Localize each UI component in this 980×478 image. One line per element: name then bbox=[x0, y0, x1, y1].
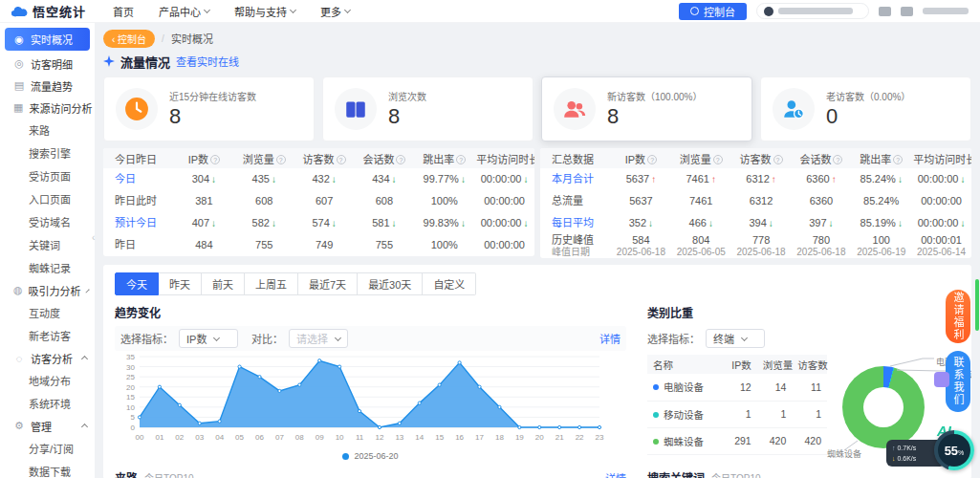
info-icon[interactable]: ? bbox=[713, 155, 723, 164]
nav-home[interactable]: 首页 bbox=[113, 4, 134, 19]
table-row: 预计今日407↓582↓574↓581↓99.83%↓00:00:00↓ bbox=[103, 212, 534, 234]
category-metric-select[interactable]: 终端 bbox=[706, 329, 765, 348]
realtime-online-link[interactable]: 查看实时在线 bbox=[176, 54, 239, 69]
stat-cards: 近15分钟在线访客数8浏览次数8新访客数（100.00%）8老访客数（0.00%… bbox=[103, 76, 971, 141]
sidebar-item-管理[interactable]: ⚙管理 bbox=[0, 415, 95, 437]
tab-前天[interactable]: 前天 bbox=[202, 272, 245, 295]
attraction-icon: ◍ bbox=[13, 284, 23, 296]
sidebar-item-访客分析[interactable]: ◌访客分析 bbox=[0, 347, 95, 369]
compare-label: 对比： bbox=[251, 331, 283, 346]
contact-us-button[interactable]: 联系我们 bbox=[946, 351, 970, 412]
down-trend-icon: ↓ bbox=[272, 174, 276, 185]
table-cell: 6312 bbox=[731, 190, 792, 212]
row-label-link[interactable]: 每日平均 bbox=[552, 217, 609, 229]
sidebar-item-吸引力分析[interactable]: ◍吸引力分析 bbox=[0, 279, 95, 301]
up-trend-icon: ↑ bbox=[772, 174, 776, 185]
site-selector[interactable] bbox=[756, 3, 869, 19]
svg-text:06: 06 bbox=[255, 433, 264, 442]
table-cell-date: 2025-06-18 bbox=[793, 247, 849, 258]
info-icon[interactable]: ? bbox=[773, 155, 783, 164]
console-button[interactable]: 控制台 bbox=[679, 3, 747, 20]
table-cell-date: 2025-06-05 bbox=[673, 247, 730, 258]
sidebar-item-流量趋势[interactable]: ▤流量趋势 bbox=[0, 75, 95, 97]
info-icon[interactable]: ? bbox=[456, 155, 466, 164]
scrollbar-thumb[interactable] bbox=[975, 279, 979, 331]
referrer-detail-link[interactable]: 详情 bbox=[605, 470, 626, 478]
info-icon[interactable]: ? bbox=[210, 155, 220, 164]
tab-自定义[interactable]: 自定义 bbox=[423, 272, 476, 295]
sidebar-subitem-搜索引擎[interactable]: 搜索引擎 bbox=[0, 141, 95, 164]
sidebar-subitem-入口页面[interactable]: 入口页面 bbox=[0, 187, 95, 210]
app-logo[interactable]: 悟空统计 bbox=[11, 2, 103, 20]
breadcrumb-back-button[interactable]: ‹ 控制台 bbox=[103, 30, 155, 48]
sidebar-subitem-蜘蛛记录[interactable]: 蜘蛛记录 bbox=[0, 256, 95, 279]
row-label-link[interactable]: 本月合计 bbox=[552, 173, 609, 185]
svg-text:01: 01 bbox=[155, 433, 163, 442]
stat-card-2[interactable]: 浏览次数8 bbox=[322, 76, 534, 141]
table-row: 今日304↓435↓432↓434↓99.77%↓00:00:00↓ bbox=[103, 168, 534, 190]
sidebar-subitem-新老访客[interactable]: 新老访客 bbox=[0, 324, 95, 347]
table-cell: 8042025-06-05 bbox=[671, 234, 731, 258]
info-icon[interactable]: ? bbox=[337, 155, 346, 164]
row-label: 昨日 bbox=[115, 239, 172, 251]
stat-card-1[interactable]: 近15分钟在线访客数8 bbox=[103, 76, 315, 141]
sidebar-item-实时概况[interactable]: ◉实时概况 bbox=[5, 28, 90, 51]
svg-text:13: 13 bbox=[395, 433, 403, 442]
sidebar-subitem-地域分布[interactable]: 地域分布 bbox=[0, 369, 95, 392]
sidebar-collapse-handle[interactable]: ‹ bbox=[92, 228, 101, 249]
column-header: IP数? bbox=[174, 148, 234, 168]
trend-detail-link[interactable]: 详情 bbox=[599, 331, 621, 346]
breadcrumb-separator: / bbox=[162, 33, 164, 44]
sidebar-subitem-数据下载[interactable]: 数据下载 bbox=[0, 460, 95, 478]
sidebar-subitem-来路[interactable]: 来路 bbox=[0, 119, 95, 141]
sidebar-subitem-互动度[interactable]: 互动度 bbox=[0, 301, 95, 324]
sidebar-item-访客明细[interactable]: ◎访客明细 bbox=[0, 53, 95, 75]
sidebar-subitem-受访域名[interactable]: 受访域名 bbox=[0, 210, 95, 233]
svg-text:17: 17 bbox=[475, 433, 484, 442]
table-cell: 00:00:00↓ bbox=[911, 168, 971, 190]
progress-ring[interactable]: 55% bbox=[934, 430, 974, 470]
sidebar-subitem-受访页面[interactable]: 受访页面 bbox=[0, 164, 95, 187]
tab-最近30天[interactable]: 最近30天 bbox=[358, 272, 423, 295]
sidebar-item-来源访问分析[interactable]: ▦来源访问分析 bbox=[0, 97, 95, 119]
stat-card-3[interactable]: 新访客数（100.00%）8 bbox=[541, 76, 752, 141]
sidebar-item-label: 来源访问分析 bbox=[29, 100, 92, 116]
sidebar-item-label: 访客明细 bbox=[31, 56, 73, 72]
visitor-detail-icon: ◎ bbox=[13, 57, 25, 70]
toolbar-icon-2[interactable] bbox=[901, 7, 913, 16]
svg-text:04: 04 bbox=[215, 433, 224, 442]
nav-help[interactable]: 帮助与支持 bbox=[234, 4, 295, 19]
stat-card-label: 新访客数（100.00%） bbox=[607, 89, 702, 103]
info-icon[interactable]: ? bbox=[833, 155, 842, 164]
info-icon[interactable]: ? bbox=[396, 155, 405, 164]
sidebar-subitem-关键词[interactable]: 关键词 bbox=[0, 233, 95, 256]
info-icon[interactable]: ? bbox=[276, 155, 286, 164]
table-row: 本月合计5637↑7461↑6312↑6360↑85.24%↓00:00:00↓ bbox=[540, 168, 971, 190]
row-label-link[interactable]: 预计今日 bbox=[115, 217, 172, 229]
sidebar-subitem-系统环境[interactable]: 系统环境 bbox=[0, 392, 95, 415]
tab-昨天[interactable]: 昨天 bbox=[159, 272, 202, 295]
stat-card-4[interactable]: 老访客数（0.00%）0 bbox=[760, 76, 971, 141]
sidebar-subitem-分享/订阅[interactable]: 分享/订阅 bbox=[0, 437, 95, 460]
nav-more[interactable]: 更多 bbox=[320, 4, 350, 19]
invite-benefits-button[interactable]: 邀请福利 bbox=[946, 290, 970, 343]
svg-text:02: 02 bbox=[175, 433, 184, 442]
svg-text:08: 08 bbox=[295, 433, 304, 442]
compare-select[interactable]: 请选择 bbox=[289, 329, 348, 348]
info-icon[interactable]: ? bbox=[893, 155, 903, 164]
tab-最近7天[interactable]: 最近7天 bbox=[298, 272, 358, 295]
nav-products[interactable]: 产品中心 bbox=[159, 4, 209, 19]
toolbar-icon-1[interactable] bbox=[879, 7, 891, 16]
table-cell: 00:00:012025-06-14 bbox=[911, 234, 971, 258]
info-icon[interactable]: ? bbox=[647, 155, 657, 164]
metric-select[interactable]: IP数 bbox=[179, 329, 238, 348]
svg-text:20: 20 bbox=[535, 433, 544, 442]
tab-今天[interactable]: 今天 bbox=[115, 272, 159, 295]
redacted-account-name[interactable] bbox=[923, 8, 969, 14]
system-monitor-widget[interactable]: AI ↑ 0.7K/s ↓ 0.6K/s 55% bbox=[886, 428, 974, 472]
table-cell: 484 bbox=[174, 234, 234, 256]
table-cell: 5842025-06-18 bbox=[611, 234, 671, 258]
row-label-link[interactable]: 今日 bbox=[115, 173, 172, 185]
tab-上周五[interactable]: 上周五 bbox=[245, 272, 298, 295]
breadcrumb-current: 实时概况 bbox=[171, 31, 213, 46]
